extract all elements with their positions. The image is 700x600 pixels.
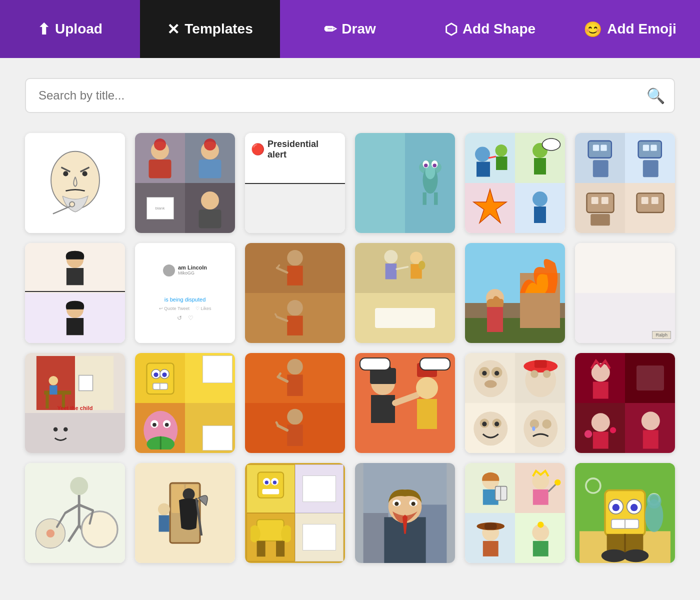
svg-point-141: [610, 427, 616, 433]
svg-rect-55: [287, 266, 303, 286]
template-card[interactable]: [245, 243, 345, 343]
svg-rect-36: [592, 144, 598, 150]
svg-point-205: [612, 504, 620, 512]
svg-point-6: [70, 202, 74, 206]
svg-rect-169: [257, 520, 284, 541]
template-card[interactable]: [25, 243, 125, 343]
nav-templates[interactable]: ✕ Templates: [140, 0, 280, 58]
svg-point-135: [532, 426, 535, 430]
svg-line-60: [277, 317, 287, 321]
template-card[interactable]: [465, 463, 565, 563]
svg-line-57: [277, 265, 280, 268]
svg-rect-71: [487, 307, 503, 332]
svg-point-211: [602, 550, 627, 562]
template-card[interactable]: [25, 463, 125, 563]
template-card[interactable]: [355, 463, 455, 563]
template-card[interactable]: 🔴 Presidential alert: [245, 133, 345, 233]
template-card[interactable]: blank: [135, 133, 235, 233]
svg-rect-137: [592, 382, 608, 398]
nav-add-emoji[interactable]: 😊 Add Emoji: [560, 0, 700, 58]
svg-marker-32: [474, 190, 506, 224]
template-card[interactable]: [575, 353, 675, 453]
svg-rect-37: [600, 144, 606, 150]
draw-icon: ✏: [324, 20, 336, 38]
svg-rect-38: [592, 160, 608, 177]
svg-rect-43: [586, 193, 614, 212]
nav-add-shape[interactable]: ⬡ Add Shape: [420, 0, 560, 58]
svg-point-146: [70, 477, 88, 495]
svg-point-212: [623, 550, 648, 562]
rage-face-svg: [37, 145, 114, 222]
main-content: 🔍: [0, 58, 700, 583]
template-card[interactable]: Ralph: [575, 243, 675, 343]
add-emoji-icon: 😊: [584, 20, 602, 38]
presidential-alert-text: Presidential alert: [268, 139, 339, 160]
svg-rect-109: [371, 395, 395, 423]
template-card[interactable]: [245, 353, 345, 453]
template-card[interactable]: [25, 133, 125, 233]
template-card[interactable]: [465, 133, 565, 233]
template-card[interactable]: [575, 463, 675, 563]
svg-point-131: [494, 422, 499, 426]
svg-point-183: [412, 502, 416, 506]
nav-add-emoji-label: Add Emoji: [607, 21, 676, 37]
template-card[interactable]: [245, 463, 345, 563]
template-card[interactable]: [465, 353, 565, 453]
svg-point-93: [152, 422, 156, 426]
svg-rect-25: [476, 162, 490, 177]
svg-point-81: [54, 427, 58, 432]
svg-line-28: [488, 156, 496, 158]
svg-point-86: [154, 372, 158, 376]
svg-point-87: [162, 372, 166, 376]
svg-point-82: [64, 427, 68, 432]
svg-point-13: [201, 192, 219, 210]
template-card[interactable]: [135, 463, 235, 563]
svg-point-24: [475, 147, 490, 162]
search-input[interactable]: [25, 78, 675, 113]
svg-point-126: [542, 370, 550, 378]
svg-line-104: [276, 422, 278, 426]
template-card[interactable]: [135, 353, 235, 453]
svg-rect-74: [44, 390, 71, 394]
svg-point-199: [538, 522, 544, 528]
svg-point-120: [494, 370, 499, 375]
template-card[interactable]: [575, 133, 675, 233]
svg-point-22: [424, 164, 428, 168]
svg-rect-114: [360, 358, 390, 370]
template-card[interactable]: am Lincoln MikoGG is being disputed ↩ Qu…: [135, 243, 235, 343]
svg-rect-44: [591, 197, 598, 204]
upload-icon: ⬆: [38, 20, 50, 38]
svg-point-33: [532, 192, 548, 206]
svg-point-138: [591, 413, 610, 432]
nav-upload[interactable]: ⬆ Upload: [0, 0, 140, 58]
nav-draw[interactable]: ✏ Draw: [280, 0, 420, 58]
svg-point-31: [542, 138, 560, 150]
svg-rect-18: [434, 192, 438, 205]
svg-rect-172: [257, 541, 266, 556]
svg-line-110: [395, 395, 417, 403]
svg-point-116: [474, 360, 508, 397]
template-card[interactable]: [355, 243, 455, 343]
svg-rect-34: [534, 206, 546, 223]
svg-point-101: [287, 409, 303, 425]
svg-line-148: [65, 505, 79, 513]
svg-rect-49: [651, 197, 658, 204]
template-card[interactable]: Yeet the child: [25, 353, 125, 453]
svg-rect-48: [641, 197, 648, 204]
svg-rect-14: [199, 210, 222, 228]
svg-point-26: [496, 144, 508, 156]
template-card[interactable]: [355, 133, 455, 233]
svg-rect-42: [642, 160, 658, 177]
svg-rect-27: [496, 156, 508, 170]
svg-rect-198: [532, 540, 548, 556]
search-button[interactable]: 🔍: [646, 87, 665, 104]
svg-rect-102: [287, 424, 303, 446]
template-card[interactable]: [465, 243, 565, 343]
svg-point-192: [554, 479, 560, 485]
search-container: 🔍: [25, 78, 675, 113]
svg-point-145: [46, 530, 54, 538]
template-card[interactable]: [355, 353, 455, 453]
svg-rect-17: [422, 192, 426, 205]
svg-point-94: [164, 422, 168, 426]
svg-rect-8: [149, 160, 172, 178]
